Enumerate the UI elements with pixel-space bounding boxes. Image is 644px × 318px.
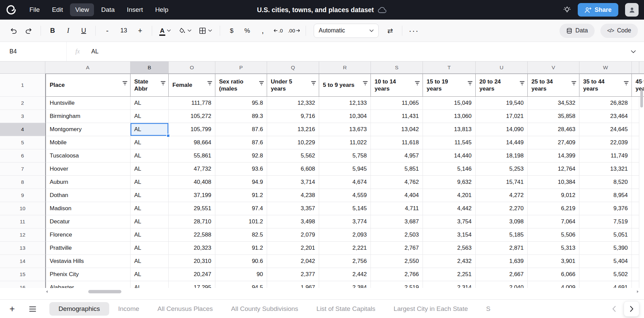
document-title[interactable]: U.S. cities, towns, and places dataset xyxy=(257,6,374,14)
filter-icon[interactable] xyxy=(520,81,525,85)
cell-A16[interactable]: Alabaster xyxy=(45,281,130,288)
cell-S13[interactable]: 2,767 xyxy=(371,242,423,255)
scroll-up-arrow-icon[interactable] xyxy=(640,80,643,82)
cell-W6[interactable]: 11,749 xyxy=(579,149,632,163)
header-cell-U[interactable]: 20 to 24 years xyxy=(476,74,528,97)
cell-R14[interactable]: 2,756 xyxy=(319,255,371,268)
cell-X6[interactable] xyxy=(632,149,639,163)
row-number-5[interactable]: 5 xyxy=(0,136,45,149)
cell-U3[interactable]: 17,021 xyxy=(476,110,528,123)
cell-T14[interactable]: 2,432 xyxy=(423,255,476,268)
vertical-scrollbar-thumb[interactable] xyxy=(640,90,643,107)
cell-B4[interactable]: AL xyxy=(130,123,169,136)
column-header-X[interactable]: X xyxy=(632,62,639,73)
cell-X10[interactable] xyxy=(632,202,639,215)
sheet-list-button[interactable] xyxy=(25,301,40,316)
cell-P2[interactable]: 95.8 xyxy=(215,97,267,110)
cell-W8[interactable]: 8,520 xyxy=(579,176,632,189)
cell-V14[interactable]: 3,901 xyxy=(528,255,579,268)
menu-data[interactable]: Data xyxy=(96,3,120,16)
tab-income[interactable]: Income xyxy=(109,302,148,316)
cell-S15[interactable]: 2,766 xyxy=(371,268,423,281)
cell-X16[interactable] xyxy=(632,281,639,288)
share-button[interactable]: Share xyxy=(578,3,618,17)
filter-icon[interactable] xyxy=(363,81,368,85)
cell-O14[interactable]: 20,310 xyxy=(169,255,215,268)
cell-P10[interactable]: 97.4 xyxy=(215,202,267,215)
tab-list-of-state-capitals[interactable]: List of State Capitals xyxy=(307,302,384,316)
cell-P13[interactable]: 91.2 xyxy=(215,242,267,255)
cell-B3[interactable]: AL xyxy=(130,110,169,123)
tab-s[interactable]: S xyxy=(477,302,500,316)
cell-P12[interactable]: 82.5 xyxy=(215,228,267,242)
cell-A13[interactable]: Prattville xyxy=(45,242,130,255)
cell-W10[interactable]: 9,376 xyxy=(579,202,632,215)
cell-V4[interactable]: 28,463 xyxy=(528,123,579,136)
tab-largest-city-in-each-state[interactable]: Largest City in Each State xyxy=(384,302,477,316)
cell-P7[interactable]: 93.6 xyxy=(215,163,267,176)
cell-P16[interactable]: 94.5 xyxy=(215,281,267,288)
row-number-6[interactable]: 6 xyxy=(0,149,45,163)
cell-T5[interactable]: 11,545 xyxy=(423,136,476,149)
header-cell-A[interactable]: Place xyxy=(45,74,130,97)
header-cell-V[interactable]: 25 to 34 years xyxy=(528,74,579,97)
cell-R7[interactable]: 5,945 xyxy=(319,163,371,176)
cell-O5[interactable]: 98,664 xyxy=(169,136,215,149)
underline-button[interactable]: U xyxy=(76,24,91,38)
cell-S7[interactable]: 5,851 xyxy=(371,163,423,176)
cell-V10[interactable]: 6,219 xyxy=(528,202,579,215)
cell-O12[interactable]: 22,588 xyxy=(169,228,215,242)
cell-U14[interactable]: 1,639 xyxy=(476,255,528,268)
cell-X5[interactable] xyxy=(632,136,639,149)
cell-B12[interactable]: AL xyxy=(130,228,169,242)
header-cell-P[interactable]: Sex ratio (males xyxy=(215,74,267,97)
column-header-T[interactable]: T xyxy=(423,62,476,73)
data-panel-button[interactable]: Data xyxy=(559,24,595,38)
cell-R8[interactable]: 4,674 xyxy=(319,176,371,189)
cell-X9[interactable] xyxy=(632,189,639,202)
font-size-value[interactable]: 13 xyxy=(116,27,132,34)
vertical-scrollbar[interactable] xyxy=(639,74,644,288)
cell-Q13[interactable]: 2,201 xyxy=(267,242,319,255)
cell-B10[interactable]: AL xyxy=(130,202,169,215)
decrease-decimal-button[interactable]: .0 xyxy=(271,24,286,38)
tab-all-cenusus-places[interactable]: All Cenusus Places xyxy=(148,302,222,316)
column-header-U[interactable]: U xyxy=(476,62,528,73)
menu-help[interactable]: Help xyxy=(150,3,173,16)
column-header-S[interactable]: S xyxy=(371,62,423,73)
cell-U12[interactable]: 5,185 xyxy=(476,228,528,242)
cell-R2[interactable]: 12,133 xyxy=(319,97,371,110)
cell-reference[interactable]: B4 xyxy=(0,48,66,55)
cell-X15[interactable] xyxy=(632,268,639,281)
cell-U10[interactable]: 2,270 xyxy=(476,202,528,215)
cell-S10[interactable]: 4,711 xyxy=(371,202,423,215)
cell-U8[interactable]: 15,741 xyxy=(476,176,528,189)
cell-S6[interactable]: 4,957 xyxy=(371,149,423,163)
filter-icon[interactable] xyxy=(624,81,629,85)
cell-U4[interactable]: 14,090 xyxy=(476,123,528,136)
filter-icon[interactable] xyxy=(311,81,316,85)
cell-X4[interactable] xyxy=(632,123,639,136)
cell-A3[interactable]: Birmingham xyxy=(45,110,130,123)
row-number-13[interactable]: 13 xyxy=(0,242,45,255)
cell-T8[interactable]: 9,632 xyxy=(423,176,476,189)
cell-W12[interactable]: 5,051 xyxy=(579,228,632,242)
rows-logo-icon[interactable] xyxy=(5,4,17,16)
cell-A12[interactable]: Florence xyxy=(45,228,130,242)
cell-X13[interactable] xyxy=(632,242,639,255)
cell-X2[interactable] xyxy=(632,97,639,110)
scroll-right-arrow-icon[interactable] xyxy=(637,290,639,293)
cell-X12[interactable] xyxy=(632,228,639,242)
cell-X11[interactable] xyxy=(632,215,639,228)
menu-edit[interactable]: Edit xyxy=(47,3,68,16)
cell-U2[interactable]: 19,540 xyxy=(476,97,528,110)
cell-P3[interactable]: 89.3 xyxy=(215,110,267,123)
cell-A15[interactable]: Phenix City xyxy=(45,268,130,281)
cell-S12[interactable]: 2,503 xyxy=(371,228,423,242)
cell-O2[interactable]: 111,778 xyxy=(169,97,215,110)
cell-U16[interactable]: 2,040 xyxy=(476,281,528,288)
cell-U13[interactable]: 2,871 xyxy=(476,242,528,255)
cell-O7[interactable]: 47,732 xyxy=(169,163,215,176)
cell-W13[interactable]: 5,390 xyxy=(579,242,632,255)
cell-T3[interactable]: 13,060 xyxy=(423,110,476,123)
